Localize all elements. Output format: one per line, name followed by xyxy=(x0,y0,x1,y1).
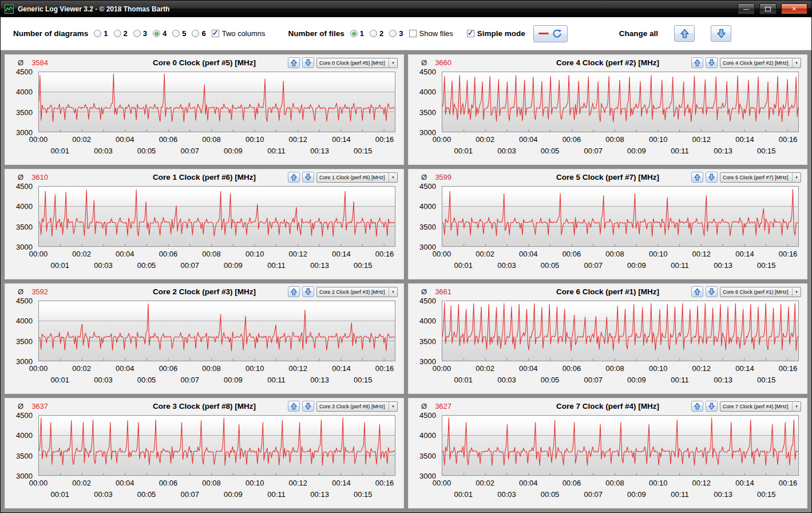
x-tick-label: 00:08 xyxy=(605,135,624,144)
signal-selector-dropdown[interactable]: Core 5 Clock (perf #7) [MHz]▼ xyxy=(720,172,801,183)
change-all-up-button[interactable] xyxy=(674,25,695,42)
move-chart-down-button[interactable] xyxy=(302,286,314,297)
diagram-count-option-5[interactable]: 5 xyxy=(172,29,186,38)
x-tick-label: 00:13 xyxy=(310,261,329,270)
x-tick-label: 00:02 xyxy=(72,364,91,373)
diagram-count-option-6[interactable]: 6 xyxy=(192,29,205,38)
move-chart-up-button[interactable] xyxy=(288,286,300,297)
x-tick-label: 00:05 xyxy=(137,376,156,384)
y-tick-label: 4500 xyxy=(419,182,436,191)
chart-line-svg xyxy=(442,301,798,361)
x-tick-label: 00:11 xyxy=(671,147,689,155)
x-tick-label: 00:16 xyxy=(375,135,394,144)
x-tick-label: 00:13 xyxy=(714,147,732,155)
x-tick-label: 00:14 xyxy=(332,364,351,373)
y-tick-label: 4500 xyxy=(16,297,33,305)
y-tick-label: 4500 xyxy=(419,68,436,76)
title-bar[interactable]: Generic Log Viewer 3.2 - © 2018 Thomas B… xyxy=(1,1,811,17)
x-axis-labels-even: 00:0000:0200:0400:0600:0800:1000:1200:14… xyxy=(38,478,395,490)
diagram-count-option-1[interactable]: 1 xyxy=(94,29,108,38)
x-tick-label: 00:11 xyxy=(671,376,689,384)
x-tick-label: 00:00 xyxy=(433,250,451,258)
move-chart-up-button[interactable] xyxy=(288,57,300,68)
dropdown-arrow-icon: ▼ xyxy=(389,173,397,182)
file-count-option-2[interactable]: 2 xyxy=(370,29,383,38)
up-arrow-icon xyxy=(290,59,298,66)
radio-icon xyxy=(94,30,101,37)
y-tick-label: 3500 xyxy=(419,451,436,460)
move-chart-down-button[interactable] xyxy=(706,57,718,68)
x-tick-label: 00:11 xyxy=(267,490,286,499)
minimize-button[interactable]: — xyxy=(738,3,755,14)
move-chart-up-button[interactable] xyxy=(691,401,703,412)
signal-selector-dropdown[interactable]: Core 3 Clock (perf #8) [MHz]▼ xyxy=(316,401,398,412)
y-tick-label: 4500 xyxy=(419,411,436,420)
x-tick-label: 00:15 xyxy=(354,490,373,499)
move-chart-down-button[interactable] xyxy=(706,401,718,412)
move-chart-up-button[interactable] xyxy=(691,57,703,68)
x-tick-label: 00:13 xyxy=(310,147,329,155)
move-chart-up-button[interactable] xyxy=(691,172,703,183)
x-tick-label: 00:10 xyxy=(649,479,668,487)
diagram-count-option-2[interactable]: 2 xyxy=(114,29,128,38)
signal-selector-dropdown[interactable]: Core 4 Clock (perf #2) [MHz]▼ xyxy=(720,58,801,68)
chart-plot-area: 4500400035003000 xyxy=(442,72,799,132)
chart-controls: Core 5 Clock (perf #7) [MHz]▼ xyxy=(691,172,801,183)
diagram-count-option-4[interactable]: 4 xyxy=(153,29,167,38)
two-columns-checkbox[interactable]: Two columns xyxy=(212,29,266,38)
x-tick-label: 00:15 xyxy=(757,490,776,499)
y-tick-label: 3500 xyxy=(16,222,33,231)
x-tick-label: 00:06 xyxy=(563,364,581,373)
down-arrow-icon xyxy=(716,29,726,38)
signal-selector-dropdown[interactable]: Core 7 Clock (perf #4) [MHz]▼ xyxy=(720,401,801,412)
simple-mode-checkbox[interactable]: Simple mode xyxy=(467,29,525,38)
x-tick-label: 00:10 xyxy=(649,250,668,258)
chart-panel-header: Ø3627Core 7 Clock (perf #4) [MHz]Core 7 … xyxy=(413,400,802,415)
y-tick-label: 4000 xyxy=(419,88,436,96)
move-chart-down-button[interactable] xyxy=(302,401,314,412)
y-tick-label: 4500 xyxy=(16,182,33,191)
move-chart-up-button[interactable] xyxy=(691,286,703,297)
radio-icon xyxy=(370,30,377,37)
x-tick-label: 00:08 xyxy=(202,250,221,258)
plot-canvas xyxy=(38,72,395,132)
signal-selector-value: Core 1 Clock (perf #6) [MHz] xyxy=(317,173,389,182)
x-tick-label: 00:01 xyxy=(51,490,70,499)
x-tick-label: 00:09 xyxy=(627,261,646,270)
x-tick-label: 00:16 xyxy=(375,250,394,258)
file-count-option-1[interactable]: 1 xyxy=(350,29,364,38)
x-tick-label: 00:13 xyxy=(310,376,329,384)
move-chart-down-button[interactable] xyxy=(706,172,718,183)
dropdown-arrow-icon: ▼ xyxy=(792,287,801,297)
y-axis-labels: 4500400035003000 xyxy=(413,301,438,361)
x-axis-labels-even: 00:0000:0200:0400:0600:0800:1000:1200:14… xyxy=(38,135,395,146)
change-all-down-button[interactable] xyxy=(711,25,731,42)
maximize-button[interactable] xyxy=(759,3,777,14)
signal-selector-dropdown[interactable]: Core 0 Clock (perf #5) [MHz]▼ xyxy=(316,58,398,68)
x-tick-label: 00:06 xyxy=(563,250,581,258)
x-axis-labels-odd: 00:0100:0300:0500:0700:0900:1100:1300:15 xyxy=(38,490,395,501)
move-chart-up-button[interactable] xyxy=(288,172,300,183)
y-tick-label: 4000 xyxy=(419,202,436,211)
move-chart-up-button[interactable] xyxy=(288,401,300,412)
x-tick-label: 00:15 xyxy=(757,147,776,155)
line-style-refresh-button[interactable] xyxy=(533,25,568,42)
move-chart-down-button[interactable] xyxy=(302,57,314,68)
move-chart-down-button[interactable] xyxy=(302,172,314,183)
x-tick-label: 00:12 xyxy=(289,479,308,487)
chart-panel-header: Ø3592Core 2 Clock (perf #3) [MHz]Core 2 … xyxy=(10,286,399,300)
diagram-count-option-3[interactable]: 3 xyxy=(133,29,147,38)
chart-line-svg xyxy=(39,416,395,475)
x-tick-label: 00:13 xyxy=(714,490,732,499)
simple-mode-checkbox-box xyxy=(467,30,474,37)
signal-selector-dropdown[interactable]: Core 6 Clock (perf #1) [MHz]▼ xyxy=(720,287,801,297)
close-button[interactable]: ✕ xyxy=(781,3,807,14)
x-tick-label: 00:07 xyxy=(584,147,603,155)
file-count-option-label: 2 xyxy=(379,29,383,38)
move-chart-down-button[interactable] xyxy=(706,286,718,297)
app-window: Generic Log Viewer 3.2 - © 2018 Thomas B… xyxy=(0,0,812,513)
signal-selector-dropdown[interactable]: Core 2 Clock (perf #3) [MHz]▼ xyxy=(316,287,398,297)
file-count-option-3[interactable]: 3 xyxy=(389,29,403,38)
signal-selector-dropdown[interactable]: Core 1 Clock (perf #6) [MHz]▼ xyxy=(316,172,398,183)
show-files-checkbox[interactable]: Show files xyxy=(409,29,453,38)
